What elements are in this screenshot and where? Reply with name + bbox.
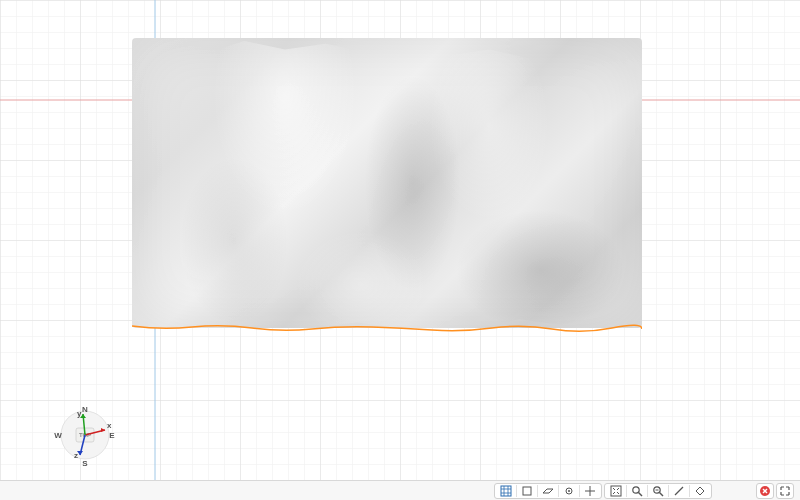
svg-point-18: [633, 486, 639, 492]
statusbar-group-view: [604, 483, 712, 499]
osnap-button[interactable]: [560, 484, 578, 498]
section-button[interactable]: [691, 484, 709, 498]
compass-s: S: [82, 459, 88, 468]
compass-y-label: y: [77, 409, 82, 418]
status-bar: [0, 480, 800, 500]
planar-button[interactable]: [539, 484, 557, 498]
measure-button[interactable]: [670, 484, 688, 498]
view-compass[interactable]: TOP N S E W x y z: [50, 400, 120, 470]
compass-n: N: [82, 405, 88, 414]
zoom-window-button[interactable]: [628, 484, 646, 498]
expand-icon: [779, 485, 791, 497]
svg-point-14: [568, 490, 570, 492]
svg-line-21: [660, 492, 664, 496]
svg-line-19: [639, 492, 643, 496]
compass-z-label: z: [74, 451, 78, 460]
compass-x-label: x: [107, 421, 112, 430]
svg-line-23: [675, 487, 683, 495]
zoom-extents-button[interactable]: [607, 484, 625, 498]
expand-panel-button[interactable]: [776, 483, 794, 499]
statusbar-group-snap: [494, 483, 602, 499]
compass-w: W: [54, 431, 62, 440]
viewport[interactable]: TOP N S E W x y z: [0, 0, 800, 480]
svg-rect-12: [523, 487, 531, 495]
smart-track-button[interactable]: [581, 484, 599, 498]
error-indicator[interactable]: [756, 483, 774, 499]
svg-rect-7: [501, 486, 511, 496]
grid-snap-button[interactable]: [497, 484, 515, 498]
error-icon: [759, 485, 771, 497]
cloth-surface[interactable]: [132, 38, 642, 328]
pan-button[interactable]: [649, 484, 667, 498]
svg-rect-17: [611, 486, 621, 496]
ortho-button[interactable]: [518, 484, 536, 498]
compass-e: E: [109, 431, 115, 440]
